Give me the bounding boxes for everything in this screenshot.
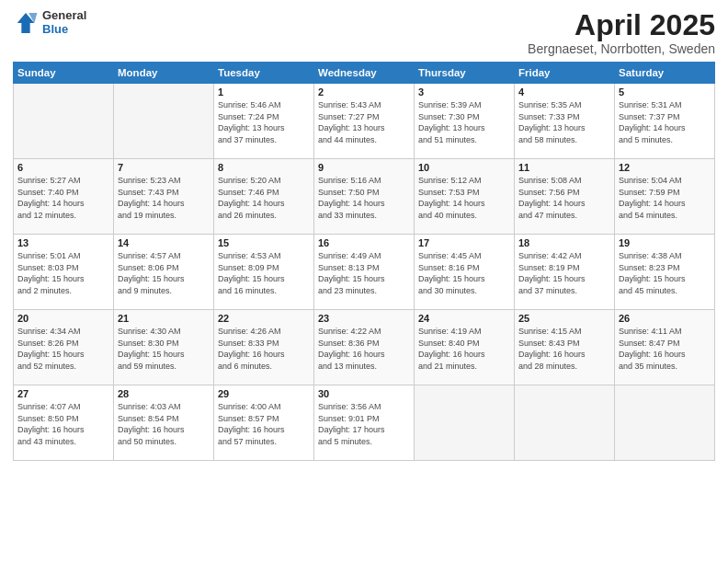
day-number: 5 [619,86,711,98]
day-of-week-saturday: Saturday [615,63,715,84]
logo-text: General Blue [42,9,86,37]
calendar-cell: 20Sunrise: 4:34 AM Sunset: 8:26 PM Dayli… [14,310,114,385]
day-number: 2 [318,86,410,98]
logo: General Blue [13,9,86,37]
day-number: 17 [418,237,510,248]
calendar-cell: 29Sunrise: 4:00 AM Sunset: 8:57 PM Dayli… [214,385,314,461]
days-of-week-row: SundayMondayTuesdayWednesdayThursdayFrid… [14,63,715,84]
day-number: 18 [518,237,610,248]
calendar-cell: 23Sunrise: 4:22 AM Sunset: 8:36 PM Dayli… [314,310,415,385]
calendar-cell: 13Sunrise: 5:01 AM Sunset: 8:03 PM Dayli… [14,235,114,310]
day-info: Sunrise: 5:39 AM Sunset: 7:30 PM Dayligh… [418,99,510,145]
page-header: General Blue April 2025 Bergnaeset, Norr… [13,9,715,56]
day-number: 13 [17,237,109,248]
day-info: Sunrise: 4:03 AM Sunset: 8:54 PM Dayligh… [118,401,210,447]
calendar-table: SundayMondayTuesdayWednesdayThursdayFrid… [13,62,715,461]
day-info: Sunrise: 4:07 AM Sunset: 8:50 PM Dayligh… [17,401,109,447]
calendar-week-4: 20Sunrise: 4:34 AM Sunset: 8:26 PM Dayli… [14,310,715,385]
calendar-cell: 18Sunrise: 4:42 AM Sunset: 8:19 PM Dayli… [515,235,615,310]
day-number: 19 [619,237,711,248]
day-info: Sunrise: 5:08 AM Sunset: 7:56 PM Dayligh… [518,175,610,221]
day-of-week-monday: Monday [114,63,214,84]
day-number: 15 [218,237,310,248]
day-info: Sunrise: 5:12 AM Sunset: 7:53 PM Dayligh… [418,175,510,221]
day-of-week-friday: Friday [515,63,615,84]
calendar-cell: 10Sunrise: 5:12 AM Sunset: 7:53 PM Dayli… [415,159,515,235]
calendar-cell: 21Sunrise: 4:30 AM Sunset: 8:30 PM Dayli… [114,310,214,385]
day-number: 14 [118,237,210,248]
calendar-cell: 19Sunrise: 4:38 AM Sunset: 8:23 PM Dayli… [615,235,715,310]
day-number: 24 [418,313,510,324]
day-number: 8 [218,162,310,173]
calendar-cell [615,385,715,461]
day-info: Sunrise: 5:16 AM Sunset: 7:50 PM Dayligh… [318,175,410,221]
calendar-cell: 14Sunrise: 4:57 AM Sunset: 8:06 PM Dayli… [114,235,214,310]
calendar-cell: 17Sunrise: 4:45 AM Sunset: 8:16 PM Dayli… [415,235,515,310]
calendar-cell: 1Sunrise: 5:46 AM Sunset: 7:24 PM Daylig… [214,84,314,159]
day-info: Sunrise: 4:26 AM Sunset: 8:33 PM Dayligh… [218,326,310,372]
calendar-week-3: 13Sunrise: 5:01 AM Sunset: 8:03 PM Dayli… [14,235,715,310]
calendar-cell: 26Sunrise: 4:11 AM Sunset: 8:47 PM Dayli… [615,310,715,385]
day-info: Sunrise: 4:34 AM Sunset: 8:26 PM Dayligh… [17,326,109,372]
calendar-cell: 30Sunrise: 3:56 AM Sunset: 9:01 PM Dayli… [314,385,415,461]
day-info: Sunrise: 4:53 AM Sunset: 8:09 PM Dayligh… [218,250,310,296]
day-info: Sunrise: 5:35 AM Sunset: 7:33 PM Dayligh… [518,99,610,145]
day-number: 29 [218,388,310,399]
calendar-title: April 2025 [528,9,715,41]
calendar-week-1: 1Sunrise: 5:46 AM Sunset: 7:24 PM Daylig… [14,84,715,159]
calendar-location: Bergnaeset, Norrbotten, Sweden [528,41,715,56]
day-info: Sunrise: 4:30 AM Sunset: 8:30 PM Dayligh… [118,326,210,372]
calendar-week-2: 6Sunrise: 5:27 AM Sunset: 7:40 PM Daylig… [14,159,715,235]
calendar-cell: 4Sunrise: 5:35 AM Sunset: 7:33 PM Daylig… [515,84,615,159]
day-info: Sunrise: 5:43 AM Sunset: 7:27 PM Dayligh… [318,99,410,145]
day-of-week-tuesday: Tuesday [214,63,314,84]
calendar-cell [14,84,114,159]
day-info: Sunrise: 4:11 AM Sunset: 8:47 PM Dayligh… [619,326,711,372]
day-number: 10 [418,162,510,173]
day-number: 20 [17,313,109,324]
day-info: Sunrise: 5:46 AM Sunset: 7:24 PM Dayligh… [218,99,310,145]
day-number: 9 [318,162,410,173]
day-number: 30 [318,388,410,399]
day-number: 25 [518,313,610,324]
day-number: 27 [17,388,109,399]
calendar-cell: 6Sunrise: 5:27 AM Sunset: 7:40 PM Daylig… [14,159,114,235]
day-info: Sunrise: 4:00 AM Sunset: 8:57 PM Dayligh… [218,401,310,447]
calendar-cell: 24Sunrise: 4:19 AM Sunset: 8:40 PM Dayli… [415,310,515,385]
day-info: Sunrise: 5:04 AM Sunset: 7:59 PM Dayligh… [619,175,711,221]
day-info: Sunrise: 4:49 AM Sunset: 8:13 PM Dayligh… [318,250,410,296]
day-number: 6 [17,162,109,173]
day-info: Sunrise: 4:38 AM Sunset: 8:23 PM Dayligh… [619,250,711,296]
day-info: Sunrise: 4:22 AM Sunset: 8:36 PM Dayligh… [318,326,410,372]
day-info: Sunrise: 4:45 AM Sunset: 8:16 PM Dayligh… [418,250,510,296]
day-number: 23 [318,313,410,324]
day-info: Sunrise: 5:01 AM Sunset: 8:03 PM Dayligh… [17,250,109,296]
calendar-cell: 15Sunrise: 4:53 AM Sunset: 8:09 PM Dayli… [214,235,314,310]
calendar-cell: 25Sunrise: 4:15 AM Sunset: 8:43 PM Dayli… [515,310,615,385]
calendar-cell: 9Sunrise: 5:16 AM Sunset: 7:50 PM Daylig… [314,159,415,235]
calendar-cell: 27Sunrise: 4:07 AM Sunset: 8:50 PM Dayli… [14,385,114,461]
day-info: Sunrise: 4:15 AM Sunset: 8:43 PM Dayligh… [518,326,610,372]
day-info: Sunrise: 4:57 AM Sunset: 8:06 PM Dayligh… [118,250,210,296]
calendar-cell: 5Sunrise: 5:31 AM Sunset: 7:37 PM Daylig… [615,84,715,159]
title-block: April 2025 Bergnaeset, Norrbotten, Swede… [528,9,715,56]
logo-general: General [42,9,86,23]
day-of-week-sunday: Sunday [14,63,114,84]
calendar-cell: 11Sunrise: 5:08 AM Sunset: 7:56 PM Dayli… [515,159,615,235]
calendar-cell [114,84,214,159]
calendar-cell: 3Sunrise: 5:39 AM Sunset: 7:30 PM Daylig… [415,84,515,159]
calendar-cell: 28Sunrise: 4:03 AM Sunset: 8:54 PM Dayli… [114,385,214,461]
day-info: Sunrise: 3:56 AM Sunset: 9:01 PM Dayligh… [318,401,410,447]
logo-blue: Blue [42,23,86,37]
day-number: 12 [619,162,711,173]
calendar-cell: 2Sunrise: 5:43 AM Sunset: 7:27 PM Daylig… [314,84,415,159]
calendar-cell: 7Sunrise: 5:23 AM Sunset: 7:43 PM Daylig… [114,159,214,235]
day-number: 21 [118,313,210,324]
logo-icon [13,10,39,36]
calendar-cell: 8Sunrise: 5:20 AM Sunset: 7:46 PM Daylig… [214,159,314,235]
day-number: 16 [318,237,410,248]
day-info: Sunrise: 4:42 AM Sunset: 8:19 PM Dayligh… [518,250,610,296]
calendar-cell [515,385,615,461]
calendar-header: SundayMondayTuesdayWednesdayThursdayFrid… [14,63,715,84]
day-info: Sunrise: 5:23 AM Sunset: 7:43 PM Dayligh… [118,175,210,221]
